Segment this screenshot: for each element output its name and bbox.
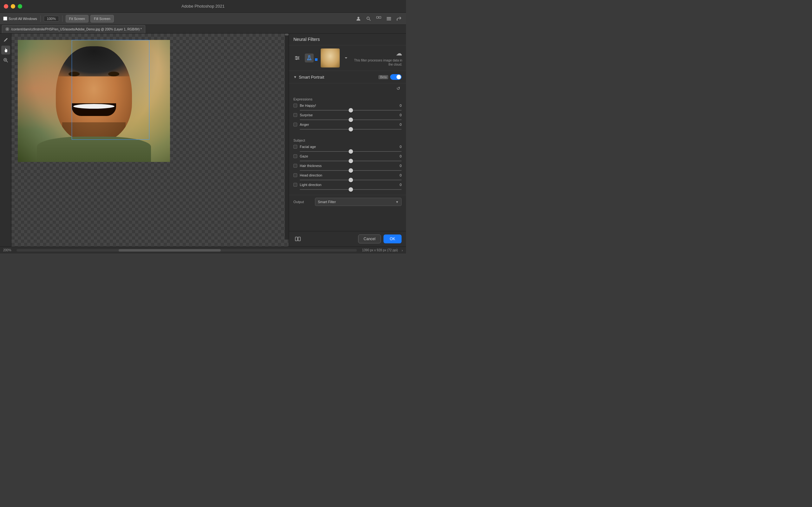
scrollbar-thumb [119,249,221,251]
light-direction-value: 0 [395,183,402,187]
arrange-icon[interactable] [375,15,383,22]
svg-rect-22 [298,237,300,241]
filter-view-icon[interactable] [293,54,302,62]
minimize-button[interactable] [11,4,15,9]
anger-slider-wrapper [293,129,402,130]
output-select[interactable]: Smart Filter ▼ [315,198,402,206]
output-label: Output [293,200,312,204]
head-direction-checkbox[interactable] [293,173,297,177]
head-direction-thumb[interactable] [349,178,353,182]
arrow-nav[interactable]: › [402,248,403,252]
hair-thickness-label: Hair thickness [300,164,393,168]
fit-screen-button[interactable]: Fit Screen [66,15,89,22]
gaze-slider-wrapper [293,161,402,161]
anger-label: Anger [300,123,393,126]
hair-thickness-value: 0 [395,164,402,168]
surprise-value: 0 [395,113,402,117]
svg-point-20 [308,59,310,60]
surprise-label: Surprise [300,113,393,117]
be-happy-track [300,110,402,111]
cancel-button[interactable]: Cancel [358,234,380,243]
pencil-tool[interactable] [1,36,10,44]
reset-icon[interactable]: ↺ [395,84,402,92]
surprise-thumb[interactable] [349,118,353,122]
zoom-input[interactable] [44,16,59,21]
tabbar: × /content/dam/ccfirstmile/PHSP/en_US/as… [0,25,406,34]
be-happy-checkbox[interactable] [293,104,297,107]
svg-rect-6 [387,18,391,19]
slider-hair-thickness: Hair thickness 0 [293,164,402,171]
be-happy-slider-wrapper [293,110,402,111]
gaze-value: 0 [395,154,402,158]
facial-age-value: 0 [395,145,402,149]
ok-button[interactable]: OK [384,234,402,243]
light-direction-checkbox[interactable] [293,183,297,187]
be-happy-thumb[interactable] [349,108,353,112]
output-row: Output Smart Filter ▼ [289,195,406,209]
right-panel: Neural Filters [289,34,406,246]
nf-top-area: ☁ This filter processes image data in th… [289,45,406,71]
face-shape [56,46,132,141]
thumbnail-dropdown[interactable] [343,55,349,61]
flask-icon[interactable] [305,54,314,62]
left-tool-panel [0,34,11,246]
facial-age-thumb[interactable] [349,149,353,154]
user-icon[interactable] [355,15,362,22]
slider-facial-age: Facial age 0 [293,145,402,152]
cloud-icon: ☁ [396,49,402,57]
separator [40,15,41,22]
light-direction-slider-wrapper [293,189,402,190]
tab-close-button[interactable]: × [5,27,9,31]
gaze-track [300,161,402,161]
gaze-thumb[interactable] [349,159,353,163]
hair-thickness-checkbox[interactable] [293,164,297,168]
document-tab[interactable]: × /content/dam/ccfirstmile/PHSP/en_US/as… [2,25,145,33]
cloud-info: ☁ This filter processes image data in th… [352,49,402,66]
anger-thumb[interactable] [349,127,353,131]
facial-age-label: Facial age [300,145,393,149]
gaze-label: Gaze [300,154,393,158]
portrait-image [18,40,170,162]
more-icon[interactable] [385,15,393,22]
panel-content[interactable]: ▼ Smart Portrait Beta ↺ Expressions Be [289,71,406,231]
svg-rect-3 [376,16,378,18]
panel-bottom: Cancel OK [289,231,406,246]
shirt [37,136,151,162]
smart-portrait-title: Smart Portrait [299,75,377,79]
share-icon[interactable] [395,15,403,22]
subject-section: Subject Facial age 0 [289,135,406,195]
surprise-checkbox[interactable] [293,113,297,117]
hair-thickness-thumb[interactable] [349,168,353,173]
head-direction-value: 0 [395,173,402,177]
facial-age-track [300,151,402,152]
subject-label: Subject [293,138,402,142]
anger-value: 0 [395,123,402,126]
zoom-level: 200% [3,248,11,252]
expressions-label: Expressions [293,97,402,101]
section-chevron[interactable]: ▼ [293,75,297,79]
output-value: Smart Filter [318,200,336,204]
filter-thumbnail [321,49,340,67]
output-chevron-icon: ▼ [396,200,399,204]
svg-point-1 [367,17,369,19]
scroll-all-windows-checkbox[interactable] [3,16,7,20]
compare-icon[interactable] [293,234,302,243]
smart-portrait-toggle[interactable] [390,74,402,80]
svg-line-10 [6,61,8,62]
anger-checkbox[interactable] [293,123,297,126]
toolbar: Scroll All Windows Fit Screen Fill Scree… [0,13,406,25]
gaze-checkbox[interactable] [293,154,297,158]
facial-age-checkbox[interactable] [293,145,297,149]
expressions-section: Expressions Be Happy! 0 [289,94,406,135]
hand-tool[interactable] [1,46,10,55]
fill-screen-button[interactable]: Fill Screen [90,15,114,22]
horizontal-scrollbar[interactable] [16,249,357,251]
search-icon[interactable] [365,15,372,22]
be-happy-value: 0 [395,104,402,107]
light-direction-thumb[interactable] [349,187,353,192]
zoom-tool[interactable] [1,56,10,65]
svg-point-0 [357,17,359,19]
maximize-button[interactable] [18,4,22,9]
vertical-scrollbar[interactable] [285,34,289,239]
close-button[interactable] [4,4,8,9]
